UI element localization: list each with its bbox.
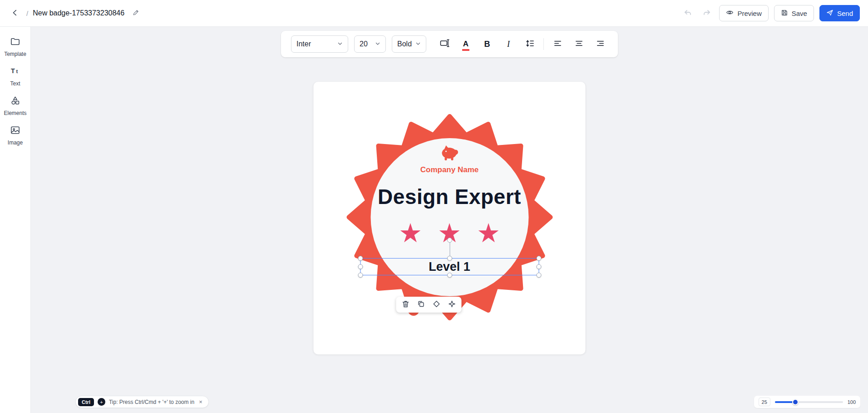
- text-icon: Tt: [10, 66, 20, 78]
- left-sidebar: Template Tt Text Elements Image: [0, 27, 31, 413]
- font-family-select[interactable]: Inter: [291, 35, 348, 53]
- text-cursor-icon: [439, 38, 449, 50]
- zoom-value[interactable]: 25: [759, 398, 770, 406]
- star-icon: ★: [477, 220, 500, 246]
- font-color-icon: A: [463, 40, 469, 49]
- sparkle-button[interactable]: [445, 299, 458, 311]
- redo-icon: [702, 8, 711, 19]
- svg-text:T: T: [11, 67, 15, 75]
- chevron-down-icon: [415, 40, 421, 48]
- align-left-icon: [553, 39, 562, 50]
- resize-handle-nw[interactable]: [358, 256, 363, 261]
- save-button[interactable]: Save: [774, 5, 814, 21]
- svg-text:t: t: [16, 69, 18, 74]
- selection-box[interactable]: [360, 258, 539, 275]
- zoom-tip: Ctrl + Tip: Press Ctrl/Cmd + '+' to zoom…: [75, 396, 209, 408]
- font-color-button[interactable]: A: [458, 36, 473, 52]
- sidebar-item-template[interactable]: Template: [1, 32, 30, 62]
- zoom-slider[interactable]: [775, 399, 843, 405]
- resize-handle-sw[interactable]: [358, 273, 363, 278]
- tip-text: Tip: Press Ctrl/Cmd + '+' to zoom in: [109, 399, 194, 405]
- preview-button[interactable]: Preview: [719, 5, 768, 21]
- sidebar-item-text[interactable]: Tt Text: [1, 62, 30, 91]
- send-button[interactable]: Send: [819, 5, 860, 21]
- font-weight-value: Bold: [397, 40, 412, 48]
- line-height-icon: [525, 39, 535, 50]
- trash-icon: [401, 300, 409, 310]
- sidebar-item-image[interactable]: Image: [1, 121, 30, 150]
- company-logo[interactable]: [345, 144, 554, 163]
- align-right-button[interactable]: [592, 36, 608, 52]
- star-icon: ★: [399, 220, 422, 246]
- sidebar-label-text: Text: [10, 80, 20, 87]
- bold-button[interactable]: B: [479, 36, 495, 52]
- back-icon: [11, 9, 19, 18]
- bold-icon: B: [484, 40, 490, 49]
- resize-handle-n[interactable]: [447, 256, 452, 261]
- line-height-button[interactable]: [522, 36, 538, 52]
- layers-button[interactable]: [430, 299, 443, 311]
- align-center-icon: [575, 39, 583, 50]
- badge-title[interactable]: Design Expert: [345, 184, 554, 209]
- align-right-icon: [596, 39, 605, 50]
- close-icon[interactable]: ×: [198, 398, 203, 405]
- shapes-icon: [10, 95, 20, 108]
- chevron-down-icon: [375, 40, 380, 48]
- italic-button[interactable]: I: [501, 36, 516, 52]
- font-size-select[interactable]: 20: [354, 35, 386, 53]
- design-canvas[interactable]: Company Name Design Expert ★ ★ ★ Level 1: [314, 82, 586, 354]
- eye-icon: [726, 9, 734, 18]
- align-center-button[interactable]: [571, 36, 587, 52]
- undo-button[interactable]: [681, 6, 695, 20]
- text-box-button[interactable]: [437, 36, 452, 52]
- resize-handle-s[interactable]: [447, 273, 452, 278]
- image-icon: [10, 125, 20, 137]
- chevron-down-icon: [337, 40, 343, 48]
- send-plane-icon: [826, 9, 833, 18]
- badge-company-name[interactable]: Company Name: [345, 165, 554, 174]
- redo-button[interactable]: [700, 6, 714, 20]
- rotate-handle[interactable]: [447, 238, 452, 243]
- rename-button[interactable]: [129, 6, 143, 20]
- back-button[interactable]: [8, 6, 22, 20]
- badge-graphic[interactable]: Company Name Design Expert ★ ★ ★ Level 1: [345, 113, 554, 322]
- delete-button[interactable]: [399, 299, 412, 311]
- element-toolbar: [396, 297, 461, 313]
- save-icon: [781, 9, 788, 18]
- document-title: New badge-1753373230846: [33, 9, 124, 17]
- sidebar-label-template: Template: [4, 51, 26, 57]
- piggy-bank-icon: [439, 154, 460, 162]
- send-label: Send: [837, 10, 853, 17]
- save-label: Save: [792, 10, 807, 17]
- font-size-value: 20: [360, 40, 368, 48]
- font-weight-select[interactable]: Bold: [392, 35, 426, 53]
- breadcrumb: / New badge-1753373230846: [8, 6, 143, 20]
- sidebar-item-elements[interactable]: Elements: [1, 91, 30, 121]
- resize-handle-w[interactable]: [358, 264, 363, 269]
- plus-keycap: +: [98, 398, 105, 406]
- toolbar-divider: [543, 38, 544, 50]
- sparkle-icon: [448, 300, 456, 310]
- font-family-value: Inter: [296, 40, 311, 48]
- edit-pencil-icon: [132, 9, 139, 18]
- resize-handle-e[interactable]: [536, 264, 541, 269]
- resize-handle-se[interactable]: [536, 273, 541, 278]
- align-left-button[interactable]: [550, 36, 565, 52]
- duplicate-button[interactable]: [414, 299, 427, 311]
- zoom-control: 25 100: [754, 396, 860, 408]
- ctrl-keycap: Ctrl: [78, 398, 94, 406]
- preview-label: Preview: [737, 10, 761, 17]
- zoom-max-label: 100: [848, 399, 856, 405]
- slider-thumb[interactable]: [792, 399, 799, 405]
- sidebar-label-image: Image: [8, 139, 23, 146]
- text-format-toolbar: Inter 20 Bold A: [281, 31, 618, 57]
- copy-icon: [417, 300, 425, 310]
- breadcrumb-separator: /: [26, 10, 28, 17]
- canvas-area: Inter 20 Bold A: [31, 27, 868, 413]
- sidebar-label-elements: Elements: [4, 110, 26, 116]
- folder-icon: [10, 36, 20, 49]
- undo-icon: [683, 8, 692, 19]
- resize-handle-ne[interactable]: [536, 256, 541, 261]
- layers-icon: [432, 300, 440, 310]
- italic-icon: I: [507, 40, 510, 49]
